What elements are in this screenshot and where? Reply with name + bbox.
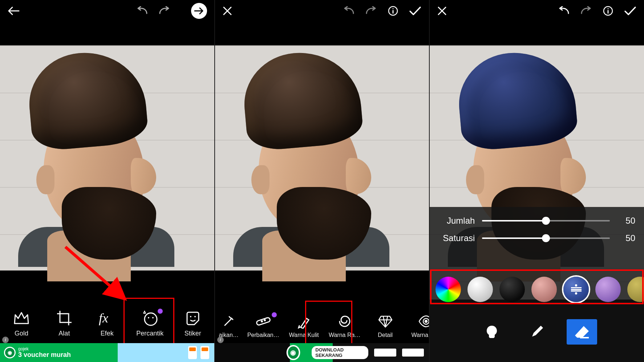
sticker-icon [185,309,201,327]
info-icon[interactable] [603,5,613,16]
tool-warna-mata-label: Warna M… [412,332,429,338]
tool-efek-label: Efek [101,330,114,337]
slider-amount[interactable] [482,220,610,221]
crown-outline-icon [13,309,30,327]
swatch-black[interactable] [499,277,525,302]
tool-detail-label: Detail [378,332,393,338]
tool-stiker[interactable]: Stiker [173,309,213,337]
tool-percantik[interactable]: Percantik [130,309,170,337]
tool-stiker-label: Stiker [185,330,201,337]
tool-efek[interactable]: fx Efek [87,309,127,337]
back-arrow-icon[interactable] [7,6,20,16]
swatch-custom-rainbow[interactable] [436,277,461,302]
close-icon[interactable] [222,6,232,16]
tool-aikan-partial[interactable]: aikan… [218,314,240,338]
confirm-check-icon[interactable] [624,6,637,16]
tool-warna-mata[interactable]: Warna M… [409,314,429,338]
gojek-logo-icon: ◉ [288,346,298,359]
ad1-text: 3 voucher murah [18,351,71,358]
slider-saturation-value: 50 [617,233,635,243]
tool-warna-kulit-label: Warna Kulit [289,332,319,338]
svg-point-5 [264,320,265,321]
svg-text:fx: fx [99,311,108,325]
slider-saturation-row: Saturasi 50 [430,229,644,247]
hair-swirl-icon [337,314,352,329]
beautify-face-icon [141,309,159,327]
slider-amount-row: Jumlah 50 [430,212,644,229]
swatch-white[interactable] [467,277,493,302]
bandage-icon [255,314,271,329]
ad-banner-2[interactable]: ◉ DOWNLOAD SEKARANG [215,343,429,362]
beautify-toolbar: aikan… Perbaikan… Warna Kulit Warna Ra [215,307,429,345]
undo-icon[interactable] [136,6,148,16]
info-icon[interactable] [388,5,398,16]
svg-rect-3 [256,317,271,325]
gojek-logo-icon: ◉ [5,348,15,357]
tool-perbaikan[interactable]: Perbaikan… [246,314,280,338]
new-badge-icon [272,312,277,317]
undo-icon[interactable] [343,6,355,16]
slider-saturation[interactable] [482,237,610,239]
eye-color-icon [418,314,429,329]
tool-percantik-label: Percantik [136,330,163,337]
ad-phone-icon [188,346,197,359]
redo-icon[interactable] [365,6,377,16]
svg-point-7 [425,320,427,322]
hair-color-swatches [430,272,644,306]
topbar-2 [215,0,429,22]
slider-saturation-label: Saturasi [438,233,475,243]
new-badge-icon [158,309,163,314]
apply-forward-button[interactable] [191,3,207,19]
ad1-brand: gojek [18,347,71,351]
fx-icon: fx [99,309,116,327]
ad-info-icon[interactable]: i [2,337,9,343]
tool-gold[interactable]: Gold [1,309,41,337]
tool-warna-rambut[interactable]: Warna Ra… [328,314,362,338]
wand-icon [222,314,236,329]
photo-canvas-1[interactable] [0,45,214,271]
google-play-badge-icon [374,349,396,357]
crop-icon [56,309,72,327]
tool-warna-rambut-label: Warna Ra… [329,332,360,338]
close-icon[interactable] [437,6,447,16]
tool-perbaikan-label: Perbaikan… [247,332,279,338]
topbar-3 [430,0,644,22]
mode-eraser[interactable] [567,319,597,345]
tool-gold-label: Gold [15,330,28,337]
app-store-badge-icon [402,349,424,357]
swatch-olive[interactable] [627,277,644,302]
ad2-download: DOWNLOAD SEKARANG [312,346,368,359]
redo-icon[interactable] [580,6,592,16]
tool-detail[interactable]: Detail [368,314,402,338]
svg-point-1 [145,313,157,325]
photo-canvas-2[interactable] [215,45,429,271]
confirm-check-icon[interactable] [409,6,422,16]
tool-alat-label: Alat [58,330,70,337]
redo-icon[interactable] [158,6,171,16]
mask-mode-bar [430,316,644,347]
undo-icon[interactable] [558,6,570,16]
mode-auto[interactable] [477,319,507,345]
tool-alat[interactable]: Alat [44,309,84,337]
ad-phone-icon [201,346,209,359]
skin-brush-icon [297,314,311,329]
slider-amount-value: 50 [617,216,635,226]
topbar-1 [0,0,214,22]
ad-info-icon[interactable]: i [217,337,224,343]
slider-amount-label: Jumlah [438,216,475,226]
swatch-blue[interactable] [563,277,589,302]
diamond-icon [378,314,393,329]
mode-brush[interactable] [522,319,552,345]
screen-2-beautify: aikan… Perbaikan… Warna Kulit Warna Ra [215,0,430,362]
screen-1-editor-home: Gold Alat fx Efek Percantik [0,0,215,362]
bottom-toolbar-1: Gold Alat fx Efek Percantik [0,300,214,347]
swatch-pink[interactable] [531,277,557,302]
screen-3-hair-color: Jumlah 50 Saturasi 50 [430,0,644,362]
svg-point-4 [261,321,262,322]
swatch-purple[interactable] [595,277,621,302]
ad-banner-1[interactable]: ◉ gojek 3 voucher murah [0,343,214,362]
tool-warna-kulit[interactable]: Warna Kulit [287,314,321,338]
